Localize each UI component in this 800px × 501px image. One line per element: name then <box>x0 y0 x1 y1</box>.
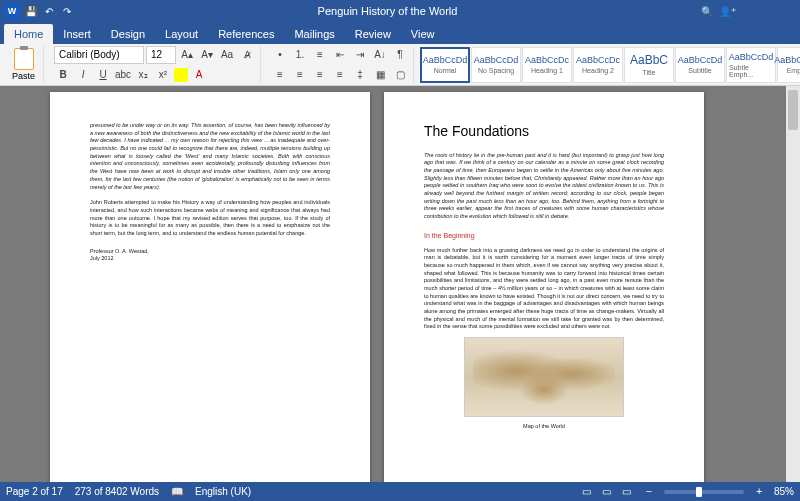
justify-button[interactable]: ≡ <box>331 66 349 84</box>
tab-layout[interactable]: Layout <box>155 24 208 44</box>
bold-button[interactable]: B <box>54 66 72 84</box>
vertical-scrollbar[interactable] <box>786 86 800 482</box>
tab-home[interactable]: Home <box>4 24 53 44</box>
map-image <box>464 337 624 417</box>
shading-button[interactable]: ▦ <box>371 66 389 84</box>
intro-italic: presumed to be under way or on its way. … <box>90 122 330 191</box>
font-color-button[interactable]: A <box>190 66 208 84</box>
font-group: Calibri (Body) 12 A▴ A▾ Aa A̷ B I U abc … <box>50 46 261 83</box>
subheading: In the Beginning <box>424 231 664 241</box>
styles-gallery: AaBbCcDdNormal AaBbCcDdNo Spacing AaBbCc… <box>420 47 800 83</box>
zoom-slider[interactable] <box>664 490 744 494</box>
font-name-select[interactable]: Calibri (Body) <box>54 46 144 64</box>
signature-date: July 2012 <box>90 255 330 263</box>
underline-button[interactable]: U <box>94 66 112 84</box>
undo-icon[interactable]: ↶ <box>42 4 56 18</box>
map-caption: Map of the World <box>424 423 664 431</box>
titlebar: W 💾 ↶ ↷ Penguin History of the World 🔍 👤… <box>0 0 800 22</box>
chapter-title: The Foundations <box>424 122 664 142</box>
chapter-intro: The roots of history lie in the pre-huma… <box>424 152 664 221</box>
zoom-in-button[interactable]: + <box>756 486 762 497</box>
style-emphasis[interactable]: AaBbCcDdEeEmphasis <box>777 47 800 83</box>
status-bar: Page 2 of 17 273 of 8402 Words 📖 English… <box>0 482 800 501</box>
tab-view[interactable]: View <box>401 24 445 44</box>
view-mode-icons: ▭ ▭ ▭ <box>578 485 634 499</box>
print-layout-icon[interactable]: ▭ <box>598 485 614 499</box>
word-app-icon: W <box>4 3 20 19</box>
clipboard-group: Paste <box>4 46 44 83</box>
align-center-button[interactable]: ≡ <box>291 66 309 84</box>
font-size-select[interactable]: 12 <box>146 46 176 64</box>
page-right[interactable]: The Foundations The roots of history lie… <box>384 92 704 482</box>
paragraph-group: • 1. ≡ ⇤ ⇥ A↓ ¶ ≡ ≡ ≡ ≡ ‡ ▦ ▢ <box>267 46 414 83</box>
align-right-button[interactable]: ≡ <box>311 66 329 84</box>
tab-mailings[interactable]: Mailings <box>284 24 344 44</box>
word-count[interactable]: 273 of 8402 Words <box>75 486 159 497</box>
style-heading2[interactable]: AaBbCcDcHeading 2 <box>573 47 623 83</box>
document-title: Penguin History of the World <box>74 5 701 17</box>
style-normal[interactable]: AaBbCcDdNormal <box>420 47 470 83</box>
zoom-level[interactable]: 85% <box>774 486 794 497</box>
web-layout-icon[interactable]: ▭ <box>618 485 634 499</box>
decrease-indent-button[interactable]: ⇤ <box>331 46 349 64</box>
language-indicator[interactable]: English (UK) <box>195 486 251 497</box>
redo-icon[interactable]: ↷ <box>60 4 74 18</box>
paragraph: John Roberts attempted to make his Histo… <box>90 199 330 237</box>
save-icon[interactable]: 💾 <box>24 4 38 18</box>
zoom-out-button[interactable]: − <box>646 486 652 497</box>
grow-font-button[interactable]: A▴ <box>178 46 196 64</box>
tab-design[interactable]: Design <box>101 24 155 44</box>
page-left[interactable]: presumed to be under way or on its way. … <box>50 92 370 482</box>
sort-button[interactable]: A↓ <box>371 46 389 64</box>
share-icon[interactable]: 👤⁺ <box>719 6 736 17</box>
read-mode-icon[interactable]: ▭ <box>578 485 594 499</box>
tab-insert[interactable]: Insert <box>53 24 101 44</box>
italic-button[interactable]: I <box>74 66 92 84</box>
align-left-button[interactable]: ≡ <box>271 66 289 84</box>
line-spacing-button[interactable]: ‡ <box>351 66 369 84</box>
document-workspace: presumed to be under way or on its way. … <box>0 86 800 482</box>
numbering-button[interactable]: 1. <box>291 46 309 64</box>
increase-indent-button[interactable]: ⇥ <box>351 46 369 64</box>
tab-references[interactable]: References <box>208 24 284 44</box>
style-subtle-emph[interactable]: AaBbCcDdSubtle Emph... <box>726 47 776 83</box>
style-heading1[interactable]: AaBbCcDcHeading 1 <box>522 47 572 83</box>
bullets-button[interactable]: • <box>271 46 289 64</box>
subscript-button[interactable]: x₂ <box>134 66 152 84</box>
style-title[interactable]: AaBbCTitle <box>624 47 674 83</box>
style-subtitle[interactable]: AaBbCcDdSubtitle <box>675 47 725 83</box>
quick-access-toolbar: W 💾 ↶ ↷ <box>4 3 74 19</box>
paste-button[interactable]: Paste <box>8 46 39 83</box>
signature-name: Professor O. A. Westad, <box>90 248 330 256</box>
clear-format-button[interactable]: A̷ <box>238 46 256 64</box>
borders-button[interactable]: ▢ <box>391 66 409 84</box>
spell-check-icon[interactable]: 📖 <box>171 486 183 497</box>
search-icon[interactable]: 🔍 <box>701 6 713 17</box>
paste-icon <box>14 48 34 70</box>
scroll-thumb[interactable] <box>788 90 798 130</box>
page-indicator[interactable]: Page 2 of 17 <box>6 486 63 497</box>
ribbon: Paste Calibri (Body) 12 A▴ A▾ Aa A̷ B I … <box>0 44 800 86</box>
ribbon-tabs: Home Insert Design Layout References Mai… <box>0 22 800 44</box>
body-paragraph: How much further back into a growing dar… <box>424 247 664 332</box>
superscript-button[interactable]: x² <box>154 66 172 84</box>
tab-review[interactable]: Review <box>345 24 401 44</box>
multilevel-button[interactable]: ≡ <box>311 46 329 64</box>
highlight-button[interactable] <box>174 68 188 82</box>
shrink-font-button[interactable]: A▾ <box>198 46 216 64</box>
style-nospacing[interactable]: AaBbCcDdNo Spacing <box>471 47 521 83</box>
show-marks-button[interactable]: ¶ <box>391 46 409 64</box>
change-case-button[interactable]: Aa <box>218 46 236 64</box>
strike-button[interactable]: abc <box>114 66 132 84</box>
